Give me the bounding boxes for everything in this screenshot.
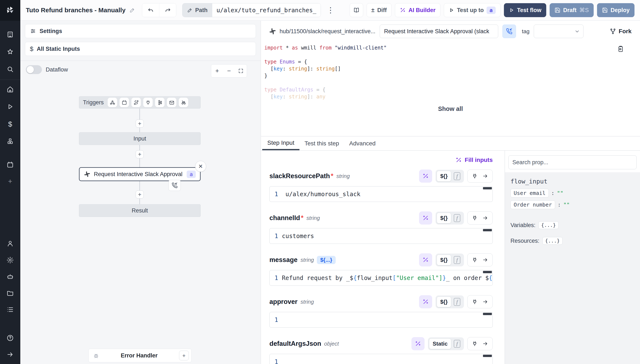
settings-gear-icon[interactable]: [6, 256, 14, 264]
variables-section[interactable]: Variables: {...}: [510, 221, 634, 229]
diff-button[interactable]: ±Diff: [366, 3, 392, 17]
copy-code-icon[interactable]: [617, 45, 624, 52]
mode-template-option[interactable]: ${}: [436, 254, 451, 266]
field-editor[interactable]: 1: [270, 312, 493, 328]
kafka-trigger-icon[interactable]: [155, 98, 165, 107]
mode-function-option[interactable]: f: [454, 172, 460, 180]
help-icon[interactable]: [6, 334, 14, 342]
result-node[interactable]: Result: [79, 204, 201, 217]
favorites-star-icon[interactable]: [6, 48, 14, 56]
ai-builder-button[interactable]: AI Builder: [395, 3, 440, 17]
prop-pill[interactable]: Order number: [510, 200, 555, 209]
plug-icon[interactable]: [472, 341, 478, 347]
ai-suggest-button[interactable]: [419, 253, 432, 266]
editor-content[interactable]: u/alex/humorous_slack: [282, 191, 492, 198]
mode-template-option[interactable]: ${}: [436, 296, 451, 307]
tag-select[interactable]: [534, 24, 584, 38]
fork-button[interactable]: Fork: [610, 28, 632, 35]
editor-content[interactable]: customers: [282, 232, 492, 240]
resources-collapsed-pill[interactable]: {...}: [542, 237, 562, 245]
deploy-button[interactable]: Deploy: [597, 3, 634, 17]
editor-scrollbar[interactable]: [483, 355, 492, 357]
arrow-right-icon[interactable]: [482, 215, 488, 221]
field-editor[interactable]: 1 u/alex/humorous_slack: [270, 186, 493, 202]
input-mode-toggle[interactable]: ${} f: [436, 170, 464, 183]
plug-icon[interactable]: [472, 299, 478, 305]
insert-step-button[interactable]: +: [136, 120, 144, 128]
websocket-trigger-icon[interactable]: [143, 98, 153, 107]
input-mode-toggle[interactable]: ${} f: [436, 254, 464, 266]
input-mode-toggle[interactable]: ${} f: [436, 212, 464, 224]
editor-scrollbar[interactable]: [483, 313, 492, 315]
undo-button[interactable]: [142, 4, 159, 17]
tab-step-input[interactable]: Step Input: [262, 136, 300, 150]
arrow-right-icon[interactable]: [482, 173, 488, 179]
editor-scrollbar[interactable]: [483, 187, 492, 190]
path-button[interactable]: Path: [182, 4, 212, 17]
path-value[interactable]: u/alex/tuto_refund_branches_: [212, 4, 321, 17]
search-prop-input[interactable]: [508, 155, 636, 169]
plug-icon[interactable]: [472, 257, 478, 263]
mode-function-option[interactable]: f: [454, 256, 460, 264]
editor-scrollbar[interactable]: [483, 271, 492, 273]
ai-suggest-button[interactable]: [419, 295, 432, 308]
insert-step-button[interactable]: +: [136, 150, 144, 158]
apps-list-icon[interactable]: [6, 306, 14, 314]
path-control[interactable]: Path u/alex/tuto_refund_branches_: [182, 3, 321, 17]
variables-icon[interactable]: $: [6, 120, 14, 128]
add-error-handler-button[interactable]: +: [179, 351, 189, 360]
redo-button[interactable]: [159, 4, 176, 17]
code-preview[interactable]: import * as wmill from "windmill-client"…: [261, 42, 640, 136]
ai-suggest-button[interactable]: [419, 170, 432, 183]
mode-template-option[interactable]: ${}: [436, 213, 451, 224]
fill-inputs-button[interactable]: Fill inputs: [456, 156, 493, 164]
flow-settings-button[interactable]: Settings: [25, 24, 256, 38]
draft-button[interactable]: Draft ⌘S: [550, 3, 594, 17]
tab-test-this-step[interactable]: Test this step: [300, 136, 344, 150]
flow-input-root[interactable]: flow_input: [510, 178, 634, 185]
workspace-icon[interactable]: [6, 30, 14, 38]
test-up-to-button[interactable]: Test up to a: [444, 3, 500, 17]
tab-advanced[interactable]: Advanced: [344, 136, 381, 150]
hub-script-path[interactable]: hub/11500/slack/request_interactive...: [269, 28, 376, 35]
field-editor[interactable]: 1 Refund request by _${flow_input["User …: [270, 270, 493, 286]
editor-scrollbar[interactable]: [483, 229, 492, 231]
arrow-right-icon[interactable]: [482, 299, 488, 305]
runs-icon[interactable]: [6, 103, 14, 111]
fit-view-button[interactable]: [235, 64, 247, 77]
field-editor[interactable]: 1: [270, 354, 493, 364]
schedule-trigger-icon[interactable]: [119, 98, 129, 107]
input-mode-toggle[interactable]: Static f: [428, 337, 464, 350]
arrow-right-icon[interactable]: [482, 257, 488, 263]
all-static-inputs-button[interactable]: $ All Static Inputs: [25, 42, 256, 56]
more-menu-button[interactable]: ⋮: [325, 6, 336, 14]
ai-suggest-button[interactable]: [419, 212, 432, 224]
input-mode-toggle[interactable]: ${} f: [436, 296, 464, 308]
resources-section[interactable]: Resources: {...}: [510, 237, 634, 245]
delete-step-button[interactable]: ✕: [195, 161, 206, 172]
arrow-right-icon[interactable]: [482, 341, 488, 347]
ai-suggest-button[interactable]: [412, 337, 424, 350]
mode-function-option[interactable]: f: [454, 214, 460, 222]
expand-sidebar-icon[interactable]: [6, 350, 14, 358]
prop-pill[interactable]: User email: [510, 189, 549, 198]
edit-title-icon[interactable]: [129, 7, 135, 13]
search-icon[interactable]: [6, 65, 14, 73]
zoom-out-button[interactable]: −: [223, 64, 235, 77]
approval-step-toggle-button[interactable]: [502, 24, 516, 38]
schedules-icon[interactable]: [6, 161, 14, 169]
editor-content[interactable]: Refund request by _${flow_input["User em…: [282, 274, 492, 282]
plug-icon[interactable]: [472, 173, 478, 179]
mode-static-option[interactable]: Static: [429, 338, 451, 349]
resources-icon[interactable]: [6, 137, 14, 146]
dataflow-toggle[interactable]: [26, 65, 42, 74]
insert-step-button[interactable]: +: [136, 190, 144, 198]
email-trigger-icon[interactable]: [167, 98, 176, 107]
mode-template-option[interactable]: ${}: [436, 171, 451, 182]
suspend-approval-icon[interactable]: [168, 180, 181, 191]
triggers-node[interactable]: Triggers: [79, 96, 201, 108]
show-all-button[interactable]: Show all: [438, 106, 463, 112]
windmill-logo[interactable]: [0, 0, 20, 21]
input-node[interactable]: Input: [79, 132, 201, 145]
workers-icon[interactable]: [6, 272, 14, 280]
